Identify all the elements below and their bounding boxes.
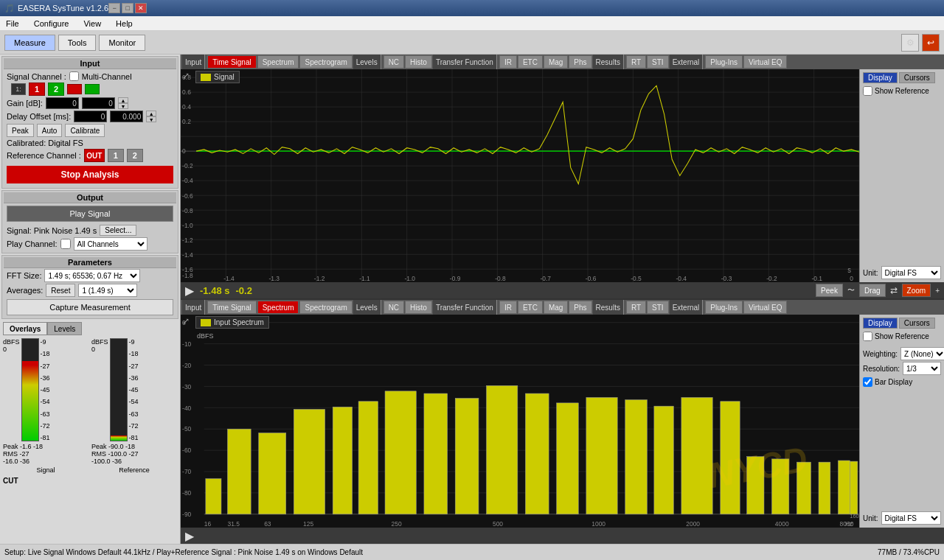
toolbar-icon-1[interactable]: ⚙	[901, 34, 919, 52]
reset-btn[interactable]: Reset	[46, 284, 75, 297]
menu-view[interactable]: View	[80, 19, 104, 28]
delay-down[interactable]: ▼	[146, 116, 156, 122]
upper-drag-btn[interactable]: Drag	[859, 284, 886, 297]
svg-text:-0.3: -0.3	[721, 275, 732, 282]
svg-rect-86	[358, 402, 378, 514]
lower-unit-select[interactable]: Digital FS	[881, 511, 941, 525]
peak-btn[interactable]: Peak	[7, 124, 34, 137]
tools-btn[interactable]: Tools	[58, 35, 97, 51]
multi-channel-checkbox[interactable]	[69, 71, 79, 81]
app-icon: 🎵	[4, 4, 15, 13]
out-btn[interactable]: OUT	[84, 149, 105, 162]
upper-expand-btn[interactable]: ⤢	[182, 71, 190, 81]
lower-cursors-tab[interactable]: Cursors	[899, 318, 935, 329]
auto-btn[interactable]: Auto	[37, 124, 63, 137]
ref2-btn[interactable]: 2	[127, 149, 143, 162]
lower-time-signal-tab[interactable]: Time Signal	[207, 301, 256, 314]
lower-spectrum-tab[interactable]: Spectrum	[257, 301, 299, 314]
ref1-btn[interactable]: 1	[108, 149, 124, 162]
ref-meter-fill	[111, 435, 127, 441]
close-btn[interactable]: ✕	[135, 3, 147, 13]
delay-input-2[interactable]	[110, 111, 143, 122]
minimize-btn[interactable]: −	[108, 3, 120, 13]
upper-unit-select[interactable]: Digital FS	[881, 266, 941, 279]
upper-display-tab[interactable]: Display	[863, 72, 898, 83]
delay-row: Delay Offset [ms]: ▲ ▼	[4, 110, 176, 123]
lower-weighting-select[interactable]: Z (None)	[900, 347, 944, 360]
upper-etc-tab[interactable]: ETC	[518, 55, 543, 69]
lower-etc-tab[interactable]: ETC	[518, 301, 543, 314]
lower-rt-tab[interactable]: RT	[626, 301, 646, 314]
ref-scale-18: -18	[129, 350, 139, 357]
upper-peek-btn[interactable]: Peek	[816, 284, 843, 297]
delay-input-1[interactable]	[74, 111, 107, 122]
upper-time-signal-tab[interactable]: Time Signal	[207, 55, 256, 69]
upper-chart-section: Input Time Signal Spectrum Spectrogram L…	[181, 55, 944, 300]
overlays-tab[interactable]: Overlays	[3, 322, 47, 335]
lower-show-ref-checkbox[interactable]	[863, 332, 872, 341]
menu-configure[interactable]: Configure	[31, 19, 72, 28]
ch2-btn[interactable]: 2	[48, 83, 64, 96]
lower-spectrogram-tab[interactable]: Spectrogram	[299, 301, 352, 314]
gain-input-2[interactable]	[82, 97, 115, 109]
overlays-levels-tabs: Overlays Levels	[0, 321, 180, 337]
calibrate-btn[interactable]: Calibrate	[65, 124, 105, 137]
menu-help[interactable]: Help	[113, 19, 136, 28]
stop-analysis-btn[interactable]: Stop Analysis	[7, 166, 173, 183]
upper-veq-tab[interactable]: Virtual EQ	[743, 55, 787, 69]
upper-plugins-tab[interactable]: Plug-Ins	[705, 55, 743, 69]
capture-btn[interactable]: Capture Measurement	[7, 299, 173, 315]
upper-mag-tab[interactable]: Mag	[544, 55, 568, 69]
upper-sti-tab[interactable]: STI	[647, 55, 669, 69]
lower-ir-tab[interactable]: IR	[499, 301, 517, 314]
lower-plugins-tab[interactable]: Plug-Ins	[705, 301, 743, 314]
play-signal-btn[interactable]: Play Signal	[7, 206, 173, 222]
play-channel-select[interactable]: All Channels	[74, 237, 148, 251]
fft-select[interactable]: 1.49 s; 65536; 0.67 Hz	[44, 269, 140, 282]
select-btn[interactable]: Select...	[100, 225, 136, 236]
lower-legend-color	[201, 319, 211, 326]
delay-spinner[interactable]: ▲ ▼	[146, 111, 156, 122]
lower-expand-btn[interactable]: ⤢	[182, 316, 190, 326]
lower-sti-tab[interactable]: STI	[647, 301, 669, 314]
menu-file[interactable]: File	[3, 19, 22, 28]
lower-display-tab[interactable]: Display	[863, 318, 898, 329]
maximize-btn[interactable]: □	[122, 3, 133, 13]
toolbar-icon-2[interactable]: ↩	[922, 34, 940, 52]
lower-veq-tab[interactable]: Virtual EQ	[743, 301, 787, 314]
upper-nc-tab[interactable]: NC	[384, 55, 404, 69]
play-channel-checkbox[interactable]	[60, 239, 71, 249]
upper-chart-controls: Peek 〜 Drag ⇄ Zoom +	[816, 284, 940, 297]
bar-display-checkbox[interactable]	[863, 377, 872, 387]
gain-input-1[interactable]	[46, 97, 79, 109]
lower-resolution-select[interactable]: 1/3	[903, 362, 941, 375]
gain-spinner[interactable]: ▲ ▼	[118, 97, 128, 109]
upper-chart-body: ⤢ Signal	[181, 69, 944, 282]
upper-spectrum-tab[interactable]: Spectrum	[257, 55, 299, 69]
lower-phs-tab[interactable]: Phs	[569, 301, 591, 314]
upper-phs-tab[interactable]: Phs	[569, 55, 591, 69]
upper-rt-tab[interactable]: RT	[626, 55, 646, 69]
lower-nc-tab[interactable]: NC	[384, 301, 404, 314]
monitor-btn[interactable]: Monitor	[99, 35, 145, 51]
lower-mag-tab[interactable]: Mag	[544, 301, 568, 314]
upper-ir-tab[interactable]: IR	[499, 55, 517, 69]
lower-play-btn[interactable]: ▶	[185, 529, 194, 543]
levels-tab[interactable]: Levels	[47, 322, 82, 335]
upper-play-btn[interactable]: ▶	[185, 284, 194, 298]
upper-zoom-btn[interactable]: Zoom	[902, 284, 931, 297]
avg-select[interactable]: 1 (1.49 s)	[78, 284, 137, 297]
measure-btn[interactable]: Measure	[4, 35, 55, 51]
delay-up[interactable]: ▲	[146, 111, 156, 116]
gain-up[interactable]: ▲	[118, 97, 128, 103]
lower-chart-body: ⤢ Input Spectrum dBFS	[181, 315, 944, 528]
lower-histo-tab[interactable]: Histo	[405, 301, 432, 314]
svg-rect-82	[227, 429, 251, 514]
upper-show-ref-checkbox[interactable]	[863, 86, 872, 96]
ref-scale-36: -36	[129, 374, 139, 382]
upper-cursors-tab[interactable]: Cursors	[899, 72, 935, 83]
ch1-btn[interactable]: 1	[29, 83, 45, 96]
upper-spectrogram-tab[interactable]: Spectrogram	[299, 55, 352, 69]
upper-histo-tab[interactable]: Histo	[405, 55, 432, 69]
gain-down[interactable]: ▼	[118, 103, 128, 109]
